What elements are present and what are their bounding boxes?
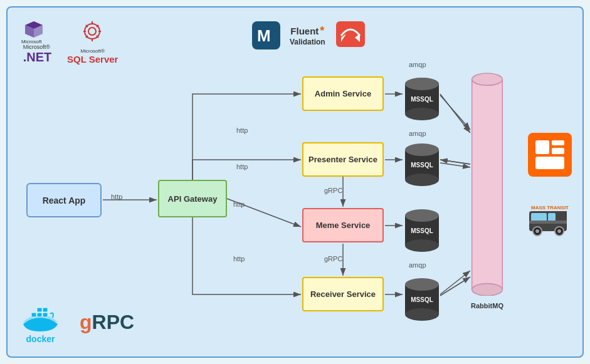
admin-service-label: Admin Service [315,89,371,98]
http-label-1: http [111,193,122,200]
svg-point-32 [405,108,439,120]
rabbitmq-brand-icon [528,133,572,179]
http-label-3: http [236,163,248,170]
http-label-5: http [233,255,245,263]
mssql-receiver-db: MSSQL [404,276,440,321]
svg-point-36 [405,174,439,186]
svg-rect-53 [552,148,564,154]
react-app-label: React App [43,195,86,205]
sql-server-label: SQL Server [67,54,118,65]
svg-rect-65 [37,313,42,317]
svg-line-14 [440,95,470,130]
dotnet-icon: Microsoft [20,20,55,44]
docker-icon [20,300,61,331]
http-label-4: http [233,200,245,208]
presenter-service-label: Presenter Service [308,155,377,164]
svg-text:M: M [257,26,271,45]
dotnet-label: .NET [23,50,52,65]
api-gateway-label: API Gateway [168,194,218,204]
receiver-service-box: Receiver Service [302,277,384,311]
automapper-logo [335,20,366,51]
svg-rect-66 [43,313,48,317]
svg-line-10 [440,163,470,167]
mssql-meme-cylinder: MSSQL [404,207,440,252]
svg-point-48 [472,284,503,296]
mssql-admin-db: MSSQL [404,75,440,120]
mssql-presenter-cylinder: MSSQL [404,141,440,186]
svg-text:MSSQL: MSSQL [411,96,433,103]
sqlserver-icon [75,20,110,48]
svg-rect-52 [552,140,564,145]
dotnet-logo: Microsoft Microsoft® .NET [20,20,55,65]
svg-line-11 [440,271,470,294]
amqp-label-1: amqp [409,61,426,68]
svg-rect-54 [535,157,564,169]
sqlserver-logo: Microsoft® SQL Server [67,20,118,65]
rabbitmq-cylinder-svg [470,70,504,296]
svg-text:MSSQL: MSSQL [411,227,433,234]
svg-text:MSSQL: MSSQL [411,162,433,169]
svg-rect-64 [31,313,36,317]
bottom-left-logos: docker gRPC [20,300,134,344]
svg-line-15 [440,277,470,296]
svg-rect-47 [472,80,503,290]
svg-point-37 [405,143,439,156]
docker-logo: docker [20,300,61,344]
svg-point-33 [405,78,439,90]
rabbitmq-icon-svg [528,133,572,177]
grpc-label: gRPC [80,311,134,334]
docker-text-label: docker [26,334,55,344]
microsoft-label: Microsoft® [23,44,50,50]
fluent-validation-logo: Fluent * Validation [290,24,325,46]
svg-text:MASS TRANSIT: MASS TRANSIT [531,205,569,211]
svg-rect-67 [37,308,42,312]
svg-rect-50 [528,133,572,177]
svg-point-59 [535,229,539,233]
svg-line-7 [440,94,470,133]
svg-point-18 [88,28,96,35]
presenter-service-box: Presenter Service [302,142,384,177]
architecture-diagram: http http http http http gRPC gRPC amqp … [6,6,584,358]
top-left-logos: Microsoft Microsoft® .NET [20,20,118,65]
svg-point-49 [472,73,503,85]
svg-rect-68 [43,308,48,312]
mssql-admin-cylinder: MSSQL [404,75,440,120]
mssql-presenter-db: MSSQL [404,141,440,186]
svg-rect-29 [336,21,365,47]
automapper-icon [335,20,366,48]
mssql-receiver-cylinder: MSSQL [404,276,440,321]
svg-text:Microsoft: Microsoft [21,39,42,44]
grpc-logo: gRPC [80,311,134,334]
svg-point-41 [405,209,439,222]
svg-rect-62 [529,221,567,224]
validation-text: Validation [290,38,325,46]
mssql-meme-db: MSSQL [404,207,440,252]
svg-line-9 [440,160,470,164]
microsoft-sql-label: Microsoft® [81,48,105,54]
meme-service-box: Meme Service [302,208,384,242]
react-app-box: React App [26,183,102,217]
amqp-label-3: amqp [409,261,426,269]
admin-service-box: Admin Service [302,76,384,111]
meme-service-label: Meme Service [316,221,371,230]
svg-text:MSSQL: MSSQL [411,296,433,303]
amqp-label-2: amqp [409,130,426,137]
api-gateway-box: API Gateway [158,180,227,217]
svg-rect-56 [531,213,547,222]
svg-point-61 [557,229,561,233]
masstransit-brand-icon: MASS TRANSIT [528,202,572,242]
svg-point-45 [405,278,439,291]
masstransit-m-logo: M [252,21,280,49]
rabbitmq-label: RabbitMQ [465,302,509,309]
receiver-service-label: Receiver Service [310,289,376,299]
masstransit-m-icon: M [252,21,280,49]
grpc-label-2: gRPC [324,255,342,263]
fluent-text: Fluent [290,26,319,36]
svg-rect-51 [535,140,549,154]
grpc-label-1: gRPC [324,187,342,194]
svg-rect-57 [548,213,556,222]
masstransit-icon-svg: MASS TRANSIT [528,202,572,239]
svg-point-40 [405,239,439,252]
top-center-logos: M Fluent * Validation [252,20,366,51]
svg-point-44 [405,308,439,321]
